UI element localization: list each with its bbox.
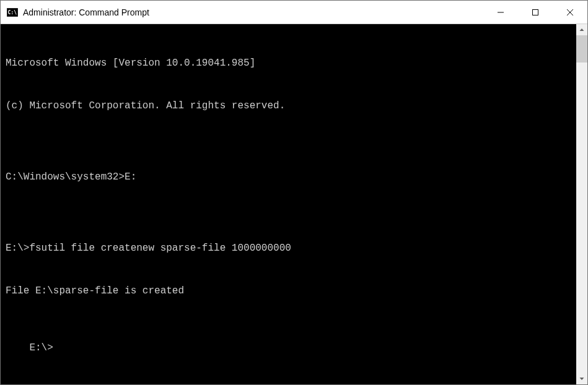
cmd-icon: C:\ bbox=[7, 8, 18, 17]
terminal-line: C:\Windows\system32>E: bbox=[6, 170, 571, 184]
scroll-up-button[interactable] bbox=[576, 24, 587, 35]
scroll-down-button[interactable] bbox=[576, 373, 587, 384]
terminal-container: Microsoft Windows [Version 10.0.19041.98… bbox=[1, 24, 587, 384]
terminal-line: E:\>fsutil file createnew sparse-file 10… bbox=[6, 241, 571, 256]
minimize-button[interactable] bbox=[483, 1, 518, 24]
terminal-line: (c) Microsoft Corporation. All rights re… bbox=[6, 99, 571, 113]
terminal-line: File E:\sparse-file is created bbox=[6, 284, 571, 298]
svg-text:C:\: C:\ bbox=[8, 10, 17, 15]
scroll-track[interactable] bbox=[576, 35, 587, 373]
scrollbar[interactable] bbox=[576, 24, 587, 384]
terminal-output[interactable]: Microsoft Windows [Version 10.0.19041.98… bbox=[1, 24, 576, 384]
terminal-line: Microsoft Windows [Version 10.0.19041.98… bbox=[6, 56, 571, 71]
maximize-button[interactable] bbox=[518, 1, 553, 24]
close-button[interactable] bbox=[553, 1, 587, 24]
window-title: Administrator: Command Prompt bbox=[23, 7, 483, 17]
window-controls bbox=[483, 1, 587, 24]
scroll-thumb[interactable] bbox=[576, 35, 587, 63]
svg-rect-3 bbox=[533, 9, 538, 15]
terminal-prompt: E:\> bbox=[29, 342, 53, 353]
titlebar: C:\ Administrator: Command Prompt bbox=[1, 1, 587, 24]
